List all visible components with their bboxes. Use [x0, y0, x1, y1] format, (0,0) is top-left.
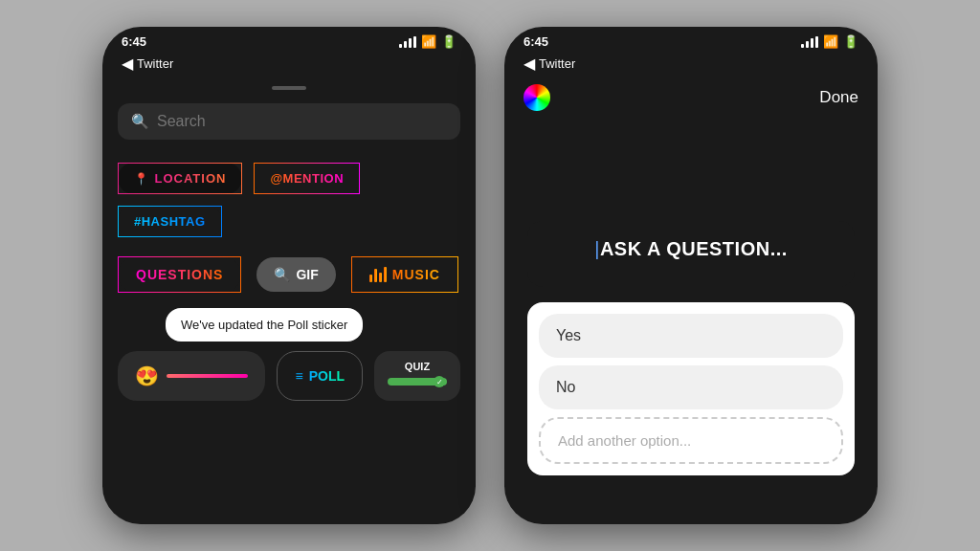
phones-container: 6:45 📶 🔋 ◀ Twitter 🔍	[0, 0, 980, 551]
questions-button[interactable]: QUESTIONS	[118, 256, 241, 293]
back-arrow-1[interactable]: ◀	[122, 55, 133, 73]
question-card: |ASK A QUESTION...	[527, 221, 855, 287]
phone2-header: Done	[504, 80, 878, 119]
time-1: 6:45	[122, 34, 146, 49]
gif-label: GIF	[296, 267, 318, 282]
signal-icon	[399, 36, 416, 48]
phone2-content: Done |ASK A QUESTION... Yes No Add anoth…	[504, 80, 878, 524]
status-icons-2: 📶 🔋	[801, 34, 858, 49]
poll-label: POLL	[309, 368, 345, 384]
phone-2: 6:45 📶 🔋 ◀ Twitter Done	[504, 27, 878, 524]
emoji-icon: 😍	[135, 364, 159, 387]
sticker-row-1: 📍 LOCATION @MENTION #HASHTAG	[118, 163, 460, 237]
gif-button[interactable]: 🔍 GIF	[256, 257, 335, 292]
back-label-2: Twitter	[539, 56, 575, 71]
add-option-button[interactable]: Add another option...	[539, 417, 843, 464]
slider-track	[167, 374, 248, 378]
quiz-progress-bar: ✓	[388, 378, 447, 386]
hashtag-button[interactable]: #HASHTAG	[118, 206, 222, 237]
question-prompt: |ASK A QUESTION...	[550, 238, 832, 260]
questions-label: QUESTIONS	[136, 267, 223, 282]
quiz-check-icon: ✓	[434, 376, 445, 387]
location-label: LOCATION	[155, 171, 227, 186]
music-button[interactable]: MUSIC	[351, 256, 458, 293]
sticker-row-2: QUESTIONS 🔍 GIF MUSIC	[118, 256, 460, 293]
wifi-icon-2: 📶	[823, 34, 838, 49]
mention-label: @MENTION	[270, 171, 344, 186]
nav-bar-2: ◀ Twitter	[504, 53, 878, 80]
location-icon: 📍	[134, 172, 149, 186]
quiz-box[interactable]: QUIZ ✓	[374, 351, 460, 401]
status-bar-2: 6:45 📶 🔋	[504, 27, 878, 53]
drag-handle	[272, 86, 306, 90]
battery-icon-2: 🔋	[843, 34, 858, 49]
phone1-content: 🔍 📍 LOCATION @MENTION #HASHTAG Q	[102, 86, 476, 401]
back-label-1: Twitter	[137, 56, 173, 71]
status-icons-1: 📶 🔋	[399, 34, 457, 49]
poll-tooltip: We've updated the Poll sticker	[166, 308, 363, 342]
question-main: |ASK A QUESTION... Yes No Add another op…	[504, 119, 878, 524]
battery-icon: 🔋	[441, 34, 457, 49]
answer-yes[interactable]: Yes	[539, 314, 843, 358]
phone-1: 6:45 📶 🔋 ◀ Twitter 🔍	[102, 27, 476, 524]
time-2: 6:45	[523, 34, 548, 49]
signal-icon-2	[801, 36, 818, 48]
status-bar-1: 6:45 📶 🔋	[102, 27, 476, 53]
sticker-row-3: 😍 ≡ POLL QUIZ ✓	[118, 351, 460, 401]
wifi-icon: 📶	[421, 34, 436, 49]
mention-button[interactable]: @MENTION	[254, 163, 360, 194]
color-wheel-icon[interactable]	[523, 84, 550, 111]
poll-button[interactable]: ≡ POLL	[277, 351, 363, 401]
music-label: MUSIC	[392, 267, 440, 282]
done-button[interactable]: Done	[819, 88, 858, 107]
search-input[interactable]	[157, 113, 447, 130]
search-bar[interactable]: 🔍	[118, 103, 460, 140]
answers-card: Yes No Add another option...	[527, 302, 855, 475]
emoji-slider[interactable]: 😍	[118, 351, 265, 401]
nav-bar-1: ◀ Twitter	[102, 53, 476, 80]
location-button[interactable]: 📍 LOCATION	[118, 163, 242, 194]
music-bars-icon	[369, 267, 387, 282]
poll-lines-icon: ≡	[295, 368, 302, 384]
search-icon: 🔍	[131, 113, 149, 130]
back-arrow-2[interactable]: ◀	[523, 55, 535, 73]
answer-no[interactable]: No	[539, 365, 843, 409]
quiz-label: QUIZ	[388, 361, 447, 372]
hashtag-label: #HASHTAG	[134, 214, 206, 229]
gif-search-icon: 🔍	[274, 267, 290, 282]
